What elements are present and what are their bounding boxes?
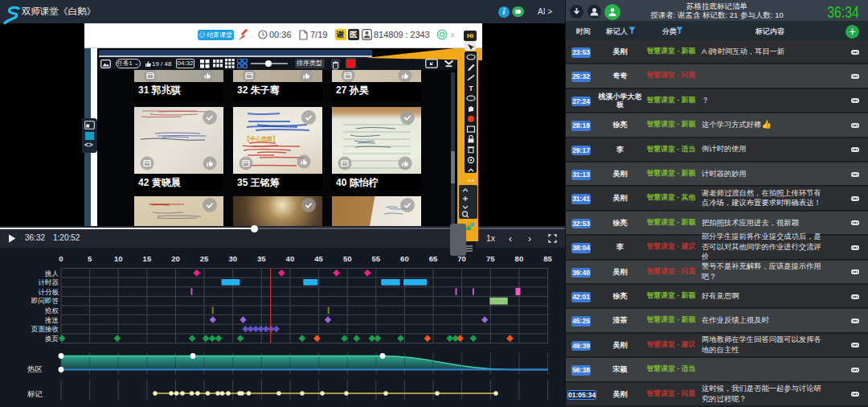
svg-text:75: 75 [486,254,495,263]
svg-text:即问即答: 即问即答 [31,297,59,305]
svg-text:55: 55 [372,254,381,263]
svg-text:30: 30 [228,254,237,263]
svg-text:20: 20 [171,254,180,263]
svg-text:85: 85 [543,254,552,263]
svg-text:T: T [469,84,473,92]
svg-text:80: 80 [515,254,524,263]
svg-text:抢权: 抢权 [44,306,59,314]
svg-text:【中心思想】: 【中心思想】 [244,135,278,142]
svg-text:40: 40 [286,254,295,263]
svg-text:65: 65 [429,254,438,263]
svg-text:计时器: 计时器 [39,278,59,286]
svg-text:热区: 热区 [27,364,43,373]
svg-text:15: 15 [143,254,152,263]
svg-text:挑人: 挑人 [44,269,59,278]
svg-text:60: 60 [400,254,409,263]
svg-text:推送: 推送 [44,316,59,324]
svg-text:计分板: 计分板 [39,288,59,296]
svg-text:页面接收: 页面接收 [31,325,59,333]
svg-text:0: 0 [59,254,63,263]
svg-text:换页: 换页 [44,335,59,343]
svg-text:标记: 标记 [27,389,43,398]
svg-text:50: 50 [343,254,352,263]
svg-text:45: 45 [314,254,323,263]
svg-text:35: 35 [257,254,266,263]
svg-text:5: 5 [88,254,92,263]
svg-text:25: 25 [200,254,209,263]
svg-text:10: 10 [114,254,123,263]
